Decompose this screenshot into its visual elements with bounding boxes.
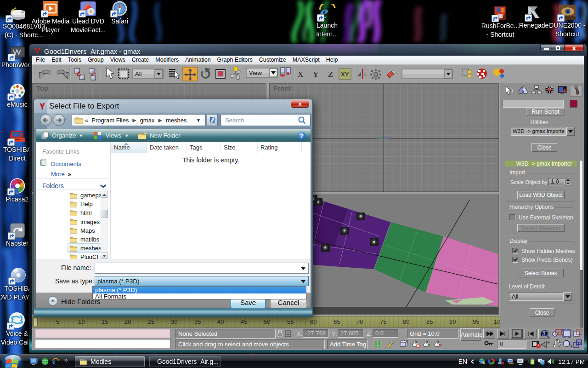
svg-text:Y: Y [313, 70, 318, 79]
svg-text:View: View [249, 69, 262, 76]
svg-text:XY: XY [341, 71, 349, 78]
svg-text:All: All [135, 70, 142, 77]
svg-text:Z: Z [328, 70, 333, 79]
svg-text:?: ? [300, 132, 304, 139]
svg-text:X: X [298, 70, 304, 79]
